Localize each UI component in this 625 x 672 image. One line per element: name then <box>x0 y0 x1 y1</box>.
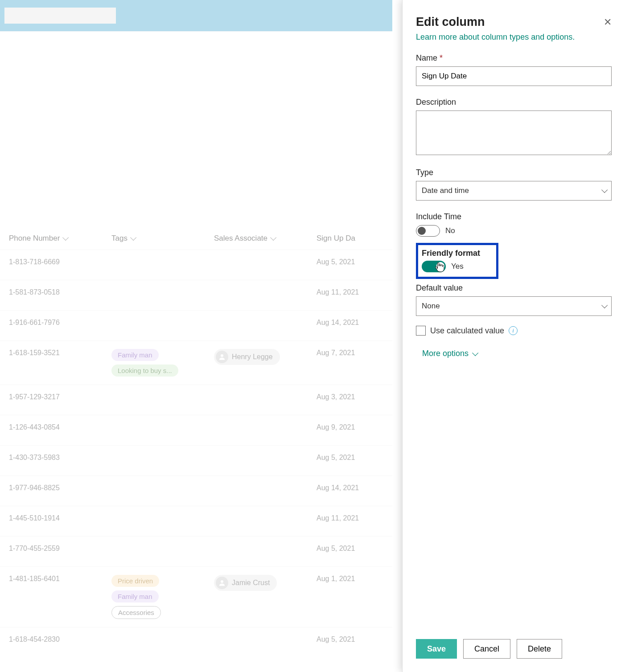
avatar-icon <box>216 351 228 363</box>
toggle-knob <box>418 227 426 235</box>
table-body: 1-813-718-6669Aug 5, 20211-581-873-0518A… <box>0 250 392 657</box>
learn-more-link[interactable]: Learn more about column types and option… <box>416 33 575 42</box>
close-button[interactable]: ✕ <box>604 16 612 28</box>
tag-pill[interactable]: Price driven <box>111 575 159 587</box>
table-row[interactable]: 1-581-873-0518Aug 11, 2021 <box>0 280 392 310</box>
close-icon: ✕ <box>604 16 612 28</box>
phone-cell: 1-445-510-1914 <box>9 514 111 522</box>
tags-cell: Family manLooking to buy s... <box>111 349 214 377</box>
use-calculated-checkbox[interactable] <box>416 326 426 336</box>
friendly-format-highlight: Friendly format Yes <box>416 243 498 279</box>
friendly-format-toggle[interactable] <box>422 261 446 272</box>
tags-cell: Price drivenFamily manAccessories <box>111 575 214 619</box>
tag-pill[interactable]: Looking to buy s... <box>111 365 178 377</box>
info-icon[interactable]: i <box>509 326 518 335</box>
more-options-label: More options <box>422 349 469 358</box>
date-cell: Aug 5, 2021 <box>317 635 383 643</box>
table-row[interactable]: 1-481-185-6401Price drivenFamily manAcce… <box>0 566 392 627</box>
friendly-format-label: Friendly format <box>422 249 493 258</box>
chevron-down-icon <box>601 187 608 193</box>
content-spacer <box>0 31 392 227</box>
type-label: Type <box>416 168 612 177</box>
cancel-button[interactable]: Cancel <box>463 639 510 659</box>
avatar-icon <box>216 577 228 589</box>
friendly-format-value: Yes <box>451 262 464 271</box>
phone-cell: 1-430-373-5983 <box>9 454 111 462</box>
associate-pill[interactable]: Henry Legge <box>214 349 280 365</box>
type-select[interactable]: Date and time <box>416 181 612 201</box>
date-cell: Aug 14, 2021 <box>317 319 383 327</box>
table-row[interactable]: 1-957-129-3217Aug 3, 2021 <box>0 385 392 415</box>
table-row[interactable]: 1-430-373-5983Aug 5, 2021 <box>0 445 392 475</box>
more-options-toggle[interactable]: More options <box>416 349 612 358</box>
toggle-knob <box>436 262 444 270</box>
chevron-down-icon <box>601 302 608 308</box>
column-header-signup-date[interactable]: Sign Up Da <box>317 234 383 243</box>
description-textarea[interactable] <box>416 111 612 155</box>
delete-button[interactable]: Delete <box>517 639 562 659</box>
column-header-tags-label: Tags <box>111 234 127 243</box>
svg-point-0 <box>221 354 223 357</box>
associate-pill[interactable]: Jamie Crust <box>214 575 277 591</box>
tag-pill[interactable]: Family man <box>111 349 159 361</box>
top-bar <box>0 0 392 31</box>
table-row[interactable]: 1-977-946-8825Aug 14, 2021 <box>0 475 392 506</box>
date-cell: Aug 14, 2021 <box>317 484 383 492</box>
date-cell: Aug 3, 2021 <box>317 393 383 401</box>
associate-name: Henry Legge <box>232 353 273 361</box>
phone-cell: 1-618-159-3521 <box>9 349 111 357</box>
table-header: Phone Number Tags Sales Associate Sign U… <box>0 227 392 250</box>
description-label: Description <box>416 98 612 107</box>
tag-pill[interactable]: Accessories <box>111 606 161 619</box>
table-row[interactable]: 1-618-454-2830Aug 5, 2021 <box>0 627 392 657</box>
svg-point-1 <box>221 580 223 583</box>
date-cell: Aug 9, 2021 <box>317 423 383 431</box>
chevron-down-icon <box>130 234 136 241</box>
use-calculated-label: Use calculated value <box>430 326 504 336</box>
table-row[interactable]: 1-916-661-7976Aug 14, 2021 <box>0 310 392 340</box>
phone-cell: 1-618-454-2830 <box>9 635 111 643</box>
tag-pill[interactable]: Family man <box>111 590 159 602</box>
associate-cell: Jamie Crust <box>214 575 317 591</box>
phone-cell: 1-813-718-6669 <box>9 258 111 266</box>
include-time-label: Include Time <box>416 212 612 221</box>
default-value-label: Default value <box>416 283 612 293</box>
column-header-signup-label: Sign Up Da <box>317 234 355 243</box>
table-row[interactable]: 1-445-510-1914Aug 11, 2021 <box>0 506 392 536</box>
column-header-tags[interactable]: Tags <box>111 234 214 243</box>
phone-cell: 1-770-455-2559 <box>9 545 111 553</box>
phone-cell: 1-581-873-0518 <box>9 288 111 296</box>
chevron-down-icon <box>62 234 69 241</box>
associate-name: Jamie Crust <box>232 579 270 587</box>
panel-title: Edit column <box>416 15 485 29</box>
search-input[interactable] <box>4 8 116 24</box>
date-cell: Aug 11, 2021 <box>317 514 383 522</box>
phone-cell: 1-916-661-7976 <box>9 319 111 327</box>
edit-column-panel: Edit column ✕ Learn more about column ty… <box>402 0 625 672</box>
column-header-associate-label: Sales Associate <box>214 234 267 243</box>
column-header-phone[interactable]: Phone Number <box>9 234 111 243</box>
include-time-toggle[interactable] <box>416 225 440 237</box>
phone-cell: 1-957-129-3217 <box>9 393 111 401</box>
table-row[interactable]: 1-813-718-6669Aug 5, 2021 <box>0 250 392 280</box>
table-row[interactable]: 1-126-443-0854Aug 9, 2021 <box>0 415 392 445</box>
phone-cell: 1-977-946-8825 <box>9 484 111 492</box>
chevron-down-icon <box>472 349 478 356</box>
date-cell: Aug 5, 2021 <box>317 454 383 462</box>
chevron-down-icon <box>270 234 276 241</box>
save-button[interactable]: Save <box>416 639 457 659</box>
table-row[interactable]: 1-618-159-3521Family manLooking to buy s… <box>0 340 392 385</box>
panel-footer: Save Cancel Delete <box>403 630 625 672</box>
table-row[interactable]: 1-770-455-2559Aug 5, 2021 <box>0 536 392 566</box>
column-header-phone-label: Phone Number <box>9 234 60 243</box>
name-input[interactable] <box>416 66 612 86</box>
date-cell: Aug 11, 2021 <box>317 288 383 296</box>
default-value-select[interactable]: None <box>416 296 612 316</box>
include-time-value: No <box>445 226 455 235</box>
type-select-value: Date and time <box>422 186 469 195</box>
name-label: Name * <box>416 53 612 63</box>
date-cell: Aug 5, 2021 <box>317 258 383 266</box>
associate-cell: Henry Legge <box>214 349 317 365</box>
date-cell: Aug 7, 2021 <box>317 349 383 357</box>
column-header-associate[interactable]: Sales Associate <box>214 234 317 243</box>
